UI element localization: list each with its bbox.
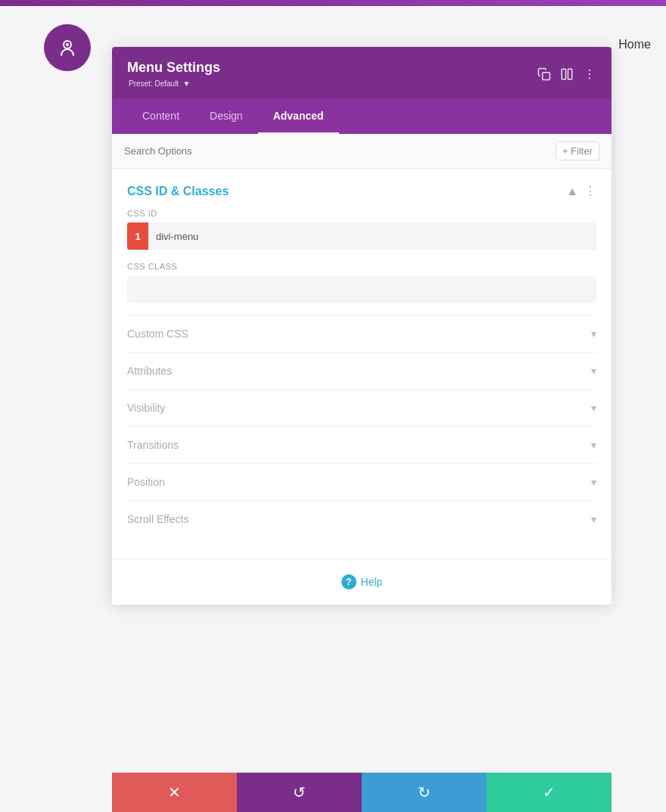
css-id-field-group: CSS ID 1 <box>127 209 596 250</box>
copy-icon[interactable] <box>537 67 551 81</box>
panel-header: Menu Settings Preset: Default ▼ <box>112 47 612 99</box>
collapse-icon[interactable]: ▲ <box>566 185 578 198</box>
undo-button[interactable]: ↺ <box>237 773 362 812</box>
settings-panel: Menu Settings Preset: Default ▼ <box>112 47 612 605</box>
top-bar <box>0 0 666 6</box>
bottom-action-bar: ✕ ↺ ↻ ✓ <box>112 773 612 812</box>
css-id-classes-section: CSS ID & Classes ▲ ⋮ CSS ID 1 CSS Class <box>127 184 596 537</box>
tab-advanced[interactable]: Advanced <box>258 99 339 135</box>
css-class-input[interactable] <box>127 275 596 303</box>
redo-icon: ↻ <box>418 783 431 801</box>
redo-button[interactable]: ↻ <box>362 773 487 812</box>
help-button[interactable]: ? Help <box>341 574 383 590</box>
svg-rect-4 <box>568 69 572 79</box>
css-id-input-wrapper: 1 <box>127 222 596 250</box>
filter-label: + Filter <box>562 145 593 157</box>
more-icon[interactable] <box>583 67 596 81</box>
svg-rect-3 <box>562 69 565 79</box>
help-label: Help <box>361 576 383 588</box>
transitions-section[interactable]: Transitions ▾ <box>127 426 596 463</box>
css-section-header: CSS ID & Classes ▲ ⋮ <box>127 184 596 198</box>
home-link[interactable]: Home <box>618 38 651 51</box>
scroll-effects-label: Scroll Effects <box>127 513 188 525</box>
position-chevron-icon: ▾ <box>591 476 596 488</box>
position-section[interactable]: Position ▾ <box>127 463 596 500</box>
svg-point-7 <box>589 77 590 79</box>
position-label: Position <box>127 476 165 488</box>
help-icon: ? <box>341 574 356 590</box>
save-icon: ✓ <box>543 783 556 801</box>
css-id-label: CSS ID <box>127 209 596 218</box>
cancel-button[interactable]: ✕ <box>112 773 237 812</box>
logo[interactable] <box>44 24 91 71</box>
svg-rect-2 <box>543 72 550 79</box>
tab-content[interactable]: Content <box>127 99 195 135</box>
search-bar: + Filter <box>112 134 612 169</box>
css-id-badge: 1 <box>127 222 148 250</box>
visibility-section[interactable]: Visibility ▾ <box>127 389 596 426</box>
panel-header-left: Menu Settings Preset: Default ▼ <box>127 59 220 89</box>
svg-point-5 <box>589 69 590 70</box>
transitions-label: Transitions <box>127 439 179 451</box>
cancel-icon: ✕ <box>168 783 181 801</box>
tabs: Content Design Advanced <box>112 99 612 134</box>
css-class-label: CSS Class <box>127 262 596 271</box>
svg-point-1 <box>66 43 69 46</box>
custom-css-section[interactable]: Custom CSS ▾ <box>127 315 596 352</box>
transitions-chevron-icon: ▾ <box>591 439 596 451</box>
attributes-chevron-icon: ▾ <box>591 365 596 377</box>
search-input[interactable] <box>124 145 556 157</box>
columns-icon[interactable] <box>560 67 574 81</box>
attributes-section[interactable]: Attributes ▾ <box>127 352 596 389</box>
panel-title: Menu Settings <box>127 59 220 76</box>
visibility-chevron-icon: ▾ <box>591 402 596 414</box>
scroll-effects-chevron-icon: ▾ <box>591 513 596 525</box>
save-button[interactable]: ✓ <box>487 773 612 812</box>
css-section-title: CSS ID & Classes <box>127 185 229 198</box>
custom-css-label: Custom CSS <box>127 328 188 340</box>
undo-icon: ↺ <box>293 783 306 801</box>
scroll-effects-section[interactable]: Scroll Effects ▾ <box>127 500 596 537</box>
section-more-icon[interactable]: ⋮ <box>584 184 596 198</box>
css-id-input[interactable] <box>148 222 596 250</box>
preset-arrow-icon: ▼ <box>183 79 191 88</box>
filter-button[interactable]: + Filter <box>556 142 599 160</box>
custom-css-chevron-icon: ▾ <box>591 328 596 340</box>
tab-design[interactable]: Design <box>195 99 258 135</box>
attributes-label: Attributes <box>127 365 172 377</box>
visibility-label: Visibility <box>127 402 165 414</box>
panel-preset[interactable]: Preset: Default ▼ <box>127 78 220 89</box>
svg-point-6 <box>589 73 590 75</box>
panel-header-actions <box>537 67 596 81</box>
css-section-actions: ▲ ⋮ <box>566 184 596 198</box>
panel-content: CSS ID & Classes ▲ ⋮ CSS ID 1 CSS Class <box>112 169 612 558</box>
help-section: ? Help <box>112 558 612 605</box>
css-class-field-group: CSS Class <box>127 262 596 303</box>
